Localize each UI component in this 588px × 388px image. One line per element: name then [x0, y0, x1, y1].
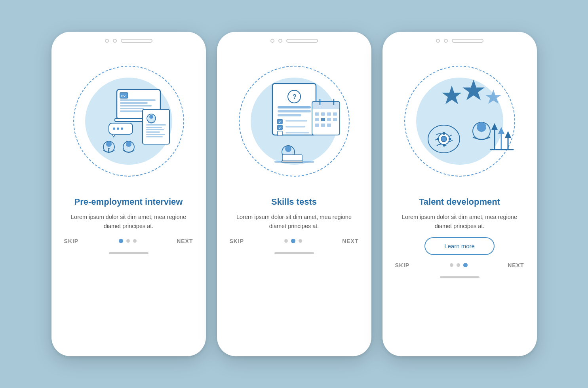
svg-rect-7: [120, 108, 144, 109]
svg-text:?: ?: [293, 93, 297, 100]
svg-marker-65: [485, 89, 501, 104]
nav-dots-3: [450, 263, 468, 267]
illustration-area-3: [382, 46, 537, 196]
svg-marker-64: [462, 80, 485, 100]
phone-circle-6: [444, 39, 448, 43]
phone-description-1: Lorem ipsum dolor sit dim amet, mea regi…: [64, 213, 193, 231]
nav-dot-1-1[interactable]: [119, 239, 123, 243]
svg-rect-72: [449, 138, 451, 140]
phone-status-bar-3: [452, 39, 483, 43]
svg-rect-50: [333, 112, 337, 116]
phone-circle-3: [270, 39, 274, 43]
nav-dots-1: [119, 239, 137, 243]
svg-rect-52: [321, 118, 325, 121]
svg-rect-62: [282, 161, 303, 162]
phone-2: ? ✓ ✓: [217, 32, 371, 356]
svg-text:✓: ✓: [278, 126, 282, 130]
svg-rect-16: [146, 134, 165, 135]
next-button-3[interactable]: NEXT: [508, 262, 524, 268]
svg-rect-49: [327, 112, 331, 116]
phone-top-bar-1: [51, 32, 206, 46]
svg-rect-12: [146, 124, 166, 126]
nav-dot-2-3[interactable]: [299, 239, 302, 243]
svg-rect-4: [120, 99, 156, 101]
phone-content-3: Talent development Lorem ipsum dolor sit…: [382, 196, 537, 255]
nav-dot-3-2[interactable]: [457, 263, 460, 267]
svg-rect-13: [146, 127, 162, 128]
skip-button-1[interactable]: SKIP: [64, 238, 79, 244]
phones-container: CV: [51, 32, 537, 356]
svg-marker-76: [491, 123, 498, 130]
svg-point-68: [441, 136, 447, 142]
svg-rect-37: [285, 120, 307, 122]
svg-rect-71: [437, 138, 439, 140]
svg-marker-63: [442, 86, 462, 104]
phone-nav-2: SKIP NEXT: [217, 231, 371, 247]
phone-status-bar-1: [121, 39, 152, 43]
svg-rect-51: [315, 118, 319, 121]
phone-circle-2: [113, 39, 117, 43]
phone-title-3: Talent development: [419, 196, 500, 208]
next-button-1[interactable]: NEXT: [177, 238, 193, 244]
next-button-2[interactable]: NEXT: [342, 238, 358, 244]
illustration-svg-1: CV: [69, 62, 188, 181]
nav-dot-2-2[interactable]: [291, 239, 295, 243]
svg-rect-41: [278, 131, 282, 136]
svg-point-24: [106, 141, 112, 147]
nav-dot-1-2[interactable]: [126, 239, 130, 243]
svg-rect-47: [315, 112, 319, 116]
phone-description-3: Lorem ipsum dolor sit dim amet, mea regi…: [395, 213, 524, 231]
phone-circle-5: [436, 39, 440, 43]
svg-rect-5: [120, 102, 148, 104]
illustration-area-2: ? ✓ ✓: [217, 46, 371, 196]
phone-content-1: Pre-employment interview Lorem ipsum dol…: [51, 196, 206, 231]
svg-rect-6: [120, 105, 152, 107]
skip-button-3[interactable]: SKIP: [395, 262, 410, 268]
svg-rect-53: [327, 118, 331, 121]
phone-status-bar-2: [286, 39, 318, 43]
nav-dot-3-3[interactable]: [463, 263, 468, 267]
svg-rect-57: [327, 124, 331, 127]
svg-rect-34: [278, 114, 301, 116]
learn-more-button[interactable]: Learn more: [424, 237, 495, 255]
phone-description-2: Lorem ipsum dolor sit dim amet, mea regi…: [230, 213, 359, 231]
nav-dots-2: [284, 239, 302, 243]
phone-1: CV: [51, 32, 206, 356]
svg-rect-69: [443, 132, 445, 135]
svg-rect-33: [278, 110, 311, 112]
svg-text:✓: ✓: [278, 120, 282, 124]
svg-rect-40: [285, 126, 305, 127]
svg-rect-15: [146, 131, 160, 133]
phone-content-2: Skills tests Lorem ipsum dolor sit dim a…: [217, 196, 371, 231]
skip-button-2[interactable]: SKIP: [230, 238, 244, 244]
svg-rect-32: [278, 106, 311, 108]
illustration-svg-3: [400, 62, 519, 181]
svg-rect-54: [333, 118, 337, 121]
home-bar-2: [274, 252, 314, 254]
svg-rect-42: [285, 132, 309, 133]
nav-dot-3-1[interactable]: [450, 263, 453, 267]
svg-rect-55: [315, 124, 319, 127]
svg-point-20: [117, 127, 119, 130]
nav-dot-2-1[interactable]: [284, 239, 288, 243]
illustration-svg-2: ? ✓ ✓: [235, 62, 354, 181]
svg-point-28: [126, 141, 131, 147]
home-bar-1: [109, 252, 148, 254]
svg-rect-48: [321, 112, 325, 116]
phone-nav-3: SKIP NEXT: [382, 255, 537, 272]
phone-nav-1: SKIP NEXT: [51, 231, 206, 247]
svg-rect-56: [321, 124, 325, 127]
phone-3: Talent development Lorem ipsum dolor sit…: [382, 32, 537, 356]
phone-circle-4: [278, 39, 282, 43]
svg-point-74: [477, 122, 486, 132]
phone-title-2: Skills tests: [271, 196, 317, 208]
phone-circle-1: [105, 39, 109, 43]
svg-point-19: [113, 127, 115, 130]
svg-rect-44: [312, 101, 340, 109]
svg-marker-78: [498, 127, 504, 134]
svg-rect-70: [443, 144, 445, 146]
nav-dot-1-3[interactable]: [133, 239, 137, 243]
phone-title-1: Pre-employment interview: [74, 196, 183, 208]
svg-rect-61: [282, 155, 302, 161]
svg-rect-17: [146, 136, 163, 137]
